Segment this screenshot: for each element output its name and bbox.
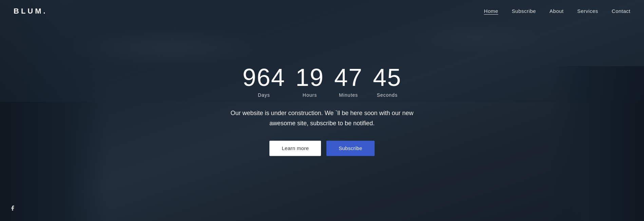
nav-item-about[interactable]: About	[550, 8, 564, 14]
description-line1: Our website is under construction. We `l…	[231, 110, 414, 116]
subscribe-button[interactable]: Subscribe	[326, 141, 374, 156]
seconds-value: 45	[373, 65, 401, 90]
hours-value: 19	[296, 65, 324, 90]
facebook-icon[interactable]	[10, 205, 16, 213]
nav-item-contact[interactable]: Contact	[612, 8, 630, 14]
nav-link-about[interactable]: About	[550, 8, 564, 14]
countdown-timer: 964 Days 19 Hours 47 Minutes 45 Seconds	[203, 65, 441, 98]
seconds-label: Seconds	[377, 92, 397, 98]
hours-label: Hours	[303, 92, 317, 98]
nav-link-home[interactable]: Home	[484, 8, 498, 14]
logo: BLUM.	[14, 7, 48, 16]
nav-item-services[interactable]: Services	[577, 8, 598, 14]
countdown-seconds: 45 Seconds	[373, 65, 401, 98]
countdown-days: 964 Days	[243, 65, 285, 98]
days-value: 964	[243, 65, 285, 90]
minutes-label: Minutes	[339, 92, 358, 98]
nav-link-contact[interactable]: Contact	[612, 8, 630, 14]
nav-item-home[interactable]: Home	[484, 8, 498, 14]
description-line2: awesome site, subscribe to be notified.	[269, 120, 375, 127]
action-buttons: Learn more Subscribe	[203, 141, 441, 156]
countdown-minutes: 47 Minutes	[334, 65, 363, 98]
description-text: Our website is under construction. We `l…	[203, 108, 441, 129]
learn-more-button[interactable]: Learn more	[269, 141, 321, 156]
nav-links: Home Subscribe About Services Contact	[484, 8, 630, 14]
minutes-value: 47	[334, 65, 363, 90]
nav-link-services[interactable]: Services	[577, 8, 598, 14]
countdown-hours: 19 Hours	[296, 65, 324, 98]
main-content: 964 Days 19 Hours 47 Minutes 45 Seconds …	[203, 65, 441, 156]
navbar: BLUM. Home Subscribe About Services Cont…	[0, 0, 644, 22]
days-label: Days	[258, 92, 270, 98]
nav-item-subscribe[interactable]: Subscribe	[512, 8, 536, 14]
nav-link-subscribe[interactable]: Subscribe	[512, 8, 536, 14]
